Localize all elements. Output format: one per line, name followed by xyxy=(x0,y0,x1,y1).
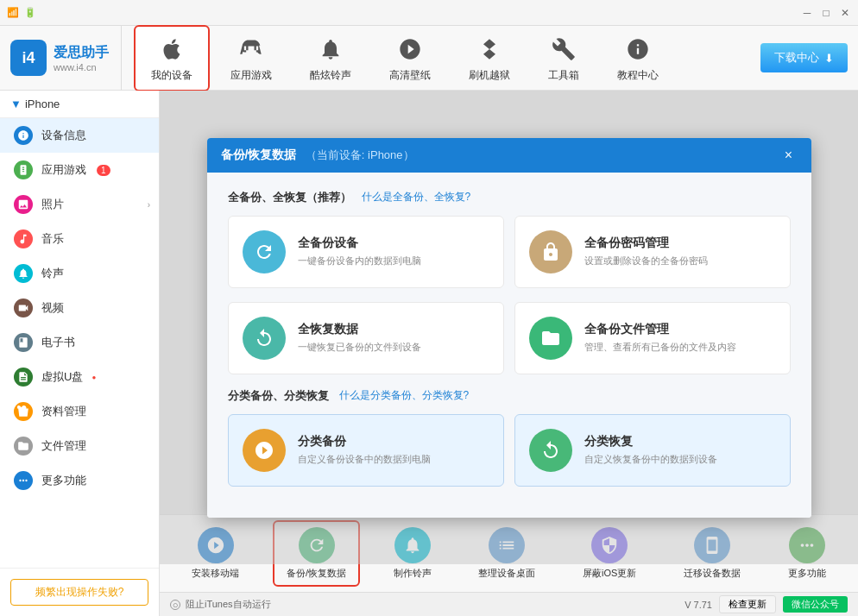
category-backup-desc: 自定义备份设备中的数据到电脑 xyxy=(298,453,431,466)
topnav-my-device-label: 我的设备 xyxy=(151,68,192,83)
section2-link[interactable]: 什么是分类备份、分类恢复? xyxy=(339,388,470,403)
sidebar: ▼ iPhone 设备信息 应用游戏 1 xyxy=(0,91,160,616)
pwd-mgr-card[interactable]: 全备份密码管理 设置或删除设备的全备份密码 xyxy=(514,216,791,288)
music-label: 音乐 xyxy=(41,231,64,247)
top-navigation: i4 爱思助手 www.i4.cn 我的设备 应用游戏 xyxy=(0,26,858,91)
maximize-button[interactable]: □ xyxy=(820,7,832,19)
apps-label: 应用游戏 xyxy=(41,162,86,178)
ringtones-label: 铃声 xyxy=(41,266,64,281)
migrate-data-label: 迁移设备数据 xyxy=(684,567,741,580)
content-area: 备份/恢复数据 （当前设备: iPhone） × 全备份、全恢复（推荐） 什么是… xyxy=(160,91,858,616)
file-mgr-card-icon xyxy=(529,317,572,360)
check-update-button[interactable]: 检查更新 xyxy=(719,595,776,613)
backup-restore-modal: 备份/恢复数据 （当前设备: iPhone） × 全备份、全恢复（推荐） 什么是… xyxy=(207,138,811,518)
restore-data-desc: 一键恢复已备份的文件到设备 xyxy=(298,341,421,354)
topnav-ringtones-label: 酷炫铃声 xyxy=(310,68,351,83)
category-restore-title: 分类恢复 xyxy=(584,434,717,449)
photos-label: 照片 xyxy=(41,197,64,212)
file-mgr-card-title: 全备份文件管理 xyxy=(584,322,736,337)
iphone-arrow-icon: ▼ xyxy=(10,97,22,110)
sidebar-item-file-mgr[interactable]: 文件管理 xyxy=(0,429,159,463)
topnav-wallpaper[interactable]: 高清壁纸 xyxy=(372,25,448,91)
trouble-button[interactable]: 频繁出现操作失败? xyxy=(10,579,148,606)
wallpaper-icon xyxy=(394,34,426,65)
sidebar-bottom: 频繁出现操作失败? xyxy=(0,568,159,616)
full-backup-title: 全备份设备 xyxy=(298,236,421,251)
download-center-button[interactable]: 下载中心 ⬇ xyxy=(760,43,848,72)
backup-restore-label: 备份/恢复数据 xyxy=(287,567,346,580)
sidebar-item-music[interactable]: 音乐 xyxy=(0,222,159,256)
video-label: 视频 xyxy=(41,300,64,316)
restore-data-card[interactable]: 全恢复数据 一键恢复已备份的文件到设备 xyxy=(228,302,504,374)
category-backup-icon xyxy=(243,429,286,472)
udisk-dot: ● xyxy=(91,374,96,381)
sidebar-item-ringtones[interactable]: 铃声 xyxy=(0,256,159,291)
category-backup-text: 分类备份 自定义备份设备中的数据到电脑 xyxy=(298,434,431,466)
file-mgr-card[interactable]: 全备份文件管理 管理、查看所有已备份的文件及内容 xyxy=(514,302,791,374)
category-restore-text: 分类恢复 自定义恢复备份中的数据到设备 xyxy=(584,434,717,466)
iphone-label: iPhone xyxy=(25,97,60,110)
category-restore-icon xyxy=(529,429,572,472)
pwd-mgr-title: 全备份密码管理 xyxy=(584,236,708,251)
restore-data-text: 全恢复数据 一键恢复已备份的文件到设备 xyxy=(298,322,421,354)
file-mgr-card-text: 全备份文件管理 管理、查看所有已备份的文件及内容 xyxy=(584,322,736,354)
minimize-button[interactable]: ─ xyxy=(801,7,813,19)
topnav-appgame[interactable]: 应用游戏 xyxy=(213,25,289,91)
sidebar-navigation: 设备信息 应用游戏 1 照片 › xyxy=(0,118,159,568)
bell-icon xyxy=(315,34,346,65)
section1-label: 全备份、全恢复（推荐） 什么是全备份、全恢复? xyxy=(228,190,791,205)
sidebar-item-more[interactable]: 更多功能 xyxy=(0,463,159,498)
version-label: V 7.71 xyxy=(685,600,712,610)
statusbar-right: V 7.71 检查更新 微信公众号 xyxy=(685,595,848,613)
udisk-label: 虚拟U盘 xyxy=(41,369,83,385)
install-app-label: 安装移动端 xyxy=(192,567,239,580)
sidebar-item-udisk[interactable]: 虚拟U盘 ● xyxy=(0,360,159,394)
cards-row1: 全备份设备 一键备份设备内的数据到电脑 全备份密码管理 设置或删除设备的全备份密… xyxy=(228,216,791,288)
wechat-button[interactable]: 微信公众号 xyxy=(783,596,848,613)
topnav-ringtones[interactable]: 酷炫铃声 xyxy=(293,25,369,91)
iphone-section: ▼ iPhone xyxy=(0,91,159,118)
modal-body: 全备份、全恢复（推荐） 什么是全备份、全恢复? 全备份设备 一键备份设备内的数据… xyxy=(207,173,811,518)
modal-overlay: 备份/恢复数据 （当前设备: iPhone） × 全备份、全恢复（推荐） 什么是… xyxy=(160,91,858,564)
section1-link[interactable]: 什么是全备份、全恢复? xyxy=(362,190,471,204)
pwd-mgr-text: 全备份密码管理 设置或删除设备的全备份密码 xyxy=(584,236,708,267)
sidebar-item-apps[interactable]: 应用游戏 1 xyxy=(0,153,159,187)
tutorials-icon xyxy=(622,34,653,65)
more-features-label: 更多功能 xyxy=(788,567,826,580)
topnav-toolbox[interactable]: 工具箱 xyxy=(531,25,596,91)
close-button[interactable]: ✕ xyxy=(839,7,851,19)
category-backup-card[interactable]: 分类备份 自定义备份设备中的数据到电脑 xyxy=(228,414,504,487)
cards-row2: 全恢复数据 一键恢复已备份的文件到设备 全备份文件管理 管理、查看所有已备份的文… xyxy=(228,302,791,374)
sidebar-item-ebook[interactable]: 电子书 xyxy=(0,325,159,360)
sidebar-item-data-mgr[interactable]: 资料管理 xyxy=(0,394,159,429)
file-mgr-icon xyxy=(14,437,33,456)
apple-icon xyxy=(156,34,187,65)
sidebar-item-photos[interactable]: 照片 › xyxy=(0,187,159,222)
modal-header: 备份/恢复数据 （当前设备: iPhone） × xyxy=(207,138,811,173)
full-backup-text: 全备份设备 一键备份设备内的数据到电脑 xyxy=(298,236,421,267)
topnav-my-device[interactable]: 我的设备 xyxy=(134,25,210,91)
statusbar: ○ 阻止iTunes自动运行 V 7.71 检查更新 微信公众号 xyxy=(160,592,858,616)
full-backup-card[interactable]: 全备份设备 一键备份设备内的数据到电脑 xyxy=(228,216,504,288)
topnav-jailbreak[interactable]: 刷机越狱 xyxy=(451,25,527,91)
more-label: 更多功能 xyxy=(41,473,86,488)
topnav-tutorials[interactable]: 教程中心 xyxy=(600,25,676,91)
titlebar-battery-icon: 🔋 xyxy=(24,7,36,18)
full-backup-icon xyxy=(243,230,286,273)
sidebar-item-video[interactable]: 视频 xyxy=(0,291,159,325)
topnav-toolbox-label: 工具箱 xyxy=(548,68,579,83)
pwd-mgr-desc: 设置或删除设备的全备份密码 xyxy=(584,255,708,267)
section1-title: 全备份、全恢复（推荐） xyxy=(228,190,351,205)
topnav-wallpaper-label: 高清壁纸 xyxy=(389,68,431,83)
topnav-jailbreak-label: 刷机越狱 xyxy=(469,68,510,83)
itunes-status-icon: ○ xyxy=(170,600,180,610)
udisk-icon xyxy=(14,368,33,387)
logo-icon: i4 xyxy=(10,40,47,76)
category-restore-card[interactable]: 分类恢复 自定义恢复备份中的数据到设备 xyxy=(514,414,791,487)
sidebar-item-device-info[interactable]: 设备信息 xyxy=(0,118,159,153)
statusbar-left: ○ 阻止iTunes自动运行 xyxy=(170,598,271,611)
data-mgr-icon xyxy=(14,402,33,421)
modal-close-button[interactable]: × xyxy=(780,147,798,164)
section2-title: 分类备份、分类恢复 xyxy=(228,388,329,404)
category-restore-desc: 自定义恢复备份中的数据到设备 xyxy=(584,453,717,466)
